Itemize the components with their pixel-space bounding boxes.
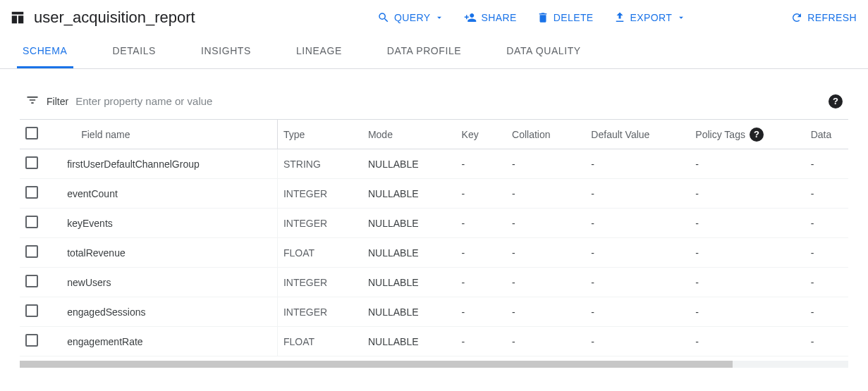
header-policy-tags[interactable]: Policy Tags ? [690, 120, 805, 149]
type-cell: INTEGER [277, 268, 362, 297]
mode-cell: NULLABLE [362, 209, 456, 238]
type-cell: INTEGER [277, 209, 362, 238]
data-cell: - [805, 297, 848, 327]
search-icon [377, 11, 390, 24]
data-cell: - [805, 238, 848, 268]
key-cell: - [456, 179, 506, 209]
delete-label: DELETE [554, 12, 594, 23]
delete-button[interactable]: DELETE [537, 11, 594, 24]
header-mode[interactable]: Mode [362, 120, 456, 149]
key-cell: - [456, 268, 506, 297]
page-title: user_acquisition_report [34, 8, 195, 27]
export-label: EXPORT [630, 12, 673, 23]
header-default[interactable]: Default Value [585, 120, 690, 149]
tags-cell: - [690, 268, 805, 297]
tab-lineage[interactable]: LINEAGE [291, 35, 348, 68]
collation-cell: - [506, 268, 585, 297]
horizontal-scrollbar[interactable] [20, 361, 848, 368]
field-name-cell: engagementRate [61, 327, 277, 356]
row-checkbox[interactable] [25, 334, 38, 347]
page-header: user_acquisition_report QUERY SHARE DELE… [0, 0, 868, 35]
key-cell: - [456, 327, 506, 356]
tags-cell: - [690, 297, 805, 327]
type-cell: INTEGER [277, 179, 362, 209]
collation-cell: - [506, 179, 585, 209]
field-name-cell: newUsers [61, 268, 277, 297]
type-cell: FLOAT [277, 238, 362, 268]
tab-schema[interactable]: SCHEMA [17, 35, 73, 68]
row-checkbox[interactable] [25, 216, 38, 228]
tab-bar: SCHEMA DETAILS INSIGHTS LINEAGE DATA PRO… [0, 35, 868, 69]
chevron-down-icon [676, 13, 686, 23]
row-checkbox[interactable] [25, 245, 38, 258]
select-all-checkbox[interactable] [25, 127, 38, 139]
query-label: QUERY [394, 12, 431, 23]
table-row[interactable]: newUsersINTEGERNULLABLE----- [20, 268, 848, 297]
default-cell: - [585, 327, 690, 356]
share-button[interactable]: SHARE [464, 11, 516, 24]
key-cell: - [456, 149, 506, 179]
table-row[interactable]: totalRevenueFLOATNULLABLE----- [20, 238, 848, 268]
header-field-name[interactable]: Field name [61, 120, 277, 149]
key-cell: - [456, 297, 506, 327]
share-label: SHARE [481, 12, 516, 23]
upload-icon [613, 11, 626, 24]
header-key[interactable]: Key [456, 120, 506, 149]
type-cell: FLOAT [277, 327, 362, 356]
filter-icon [25, 93, 39, 109]
default-cell: - [585, 149, 690, 179]
table-header-row: Field name Type Mode Key Collation Defau… [20, 120, 848, 149]
collation-cell: - [506, 327, 585, 356]
table-row[interactable]: engagedSessionsINTEGERNULLABLE----- [20, 297, 848, 327]
scrollbar-thumb[interactable] [20, 361, 733, 368]
row-checkbox[interactable] [25, 156, 38, 169]
tags-cell: - [690, 149, 805, 179]
filter-bar: Filter ? [20, 89, 848, 119]
filter-input[interactable] [75, 95, 821, 107]
refresh-icon [790, 11, 803, 24]
header-collation[interactable]: Collation [506, 120, 585, 149]
header-data[interactable]: Data [805, 120, 848, 149]
default-cell: - [585, 268, 690, 297]
tags-cell: - [690, 179, 805, 209]
tags-cell: - [690, 238, 805, 268]
trash-icon [537, 11, 549, 24]
tab-data-quality[interactable]: DATA QUALITY [501, 35, 586, 68]
refresh-button[interactable]: REFRESH [790, 11, 857, 24]
row-checkbox[interactable] [25, 304, 38, 317]
field-name-cell: firstUserDefaultChannelGroup [61, 149, 277, 179]
schema-table: Field name Type Mode Key Collation Defau… [20, 119, 848, 356]
help-icon[interactable]: ? [829, 94, 843, 108]
tab-insights[interactable]: INSIGHTS [195, 35, 257, 68]
tab-details[interactable]: DETAILS [107, 35, 162, 68]
mode-cell: NULLABLE [362, 297, 456, 327]
row-checkbox[interactable] [25, 275, 38, 287]
refresh-label: REFRESH [807, 12, 857, 23]
help-icon[interactable]: ? [750, 128, 764, 142]
action-bar: QUERY SHARE DELETE EXPORT REFRESH [377, 11, 857, 24]
type-cell: STRING [277, 149, 362, 179]
mode-cell: NULLABLE [362, 327, 456, 356]
table-row[interactable]: engagementRateFLOATNULLABLE----- [20, 327, 848, 356]
data-cell: - [805, 149, 848, 179]
tags-cell: - [690, 327, 805, 356]
collation-cell: - [506, 238, 585, 268]
tab-data-profile[interactable]: DATA PROFILE [381, 35, 467, 68]
row-checkbox[interactable] [25, 186, 38, 199]
tags-cell: - [690, 209, 805, 238]
header-type[interactable]: Type [277, 120, 362, 149]
collation-cell: - [506, 149, 585, 179]
default-cell: - [585, 179, 690, 209]
table-row[interactable]: eventCountINTEGERNULLABLE----- [20, 179, 848, 209]
table-row[interactable]: keyEventsINTEGERNULLABLE----- [20, 209, 848, 238]
export-button[interactable]: EXPORT [613, 11, 687, 24]
chevron-down-icon [434, 13, 444, 23]
mode-cell: NULLABLE [362, 238, 456, 268]
data-cell: - [805, 327, 848, 356]
table-row[interactable]: firstUserDefaultChannelGroupSTRINGNULLAB… [20, 149, 848, 179]
query-button[interactable]: QUERY [377, 11, 445, 24]
mode-cell: NULLABLE [362, 268, 456, 297]
person-add-icon [464, 11, 477, 24]
filter-label: Filter [47, 96, 68, 107]
default-cell: - [585, 209, 690, 238]
